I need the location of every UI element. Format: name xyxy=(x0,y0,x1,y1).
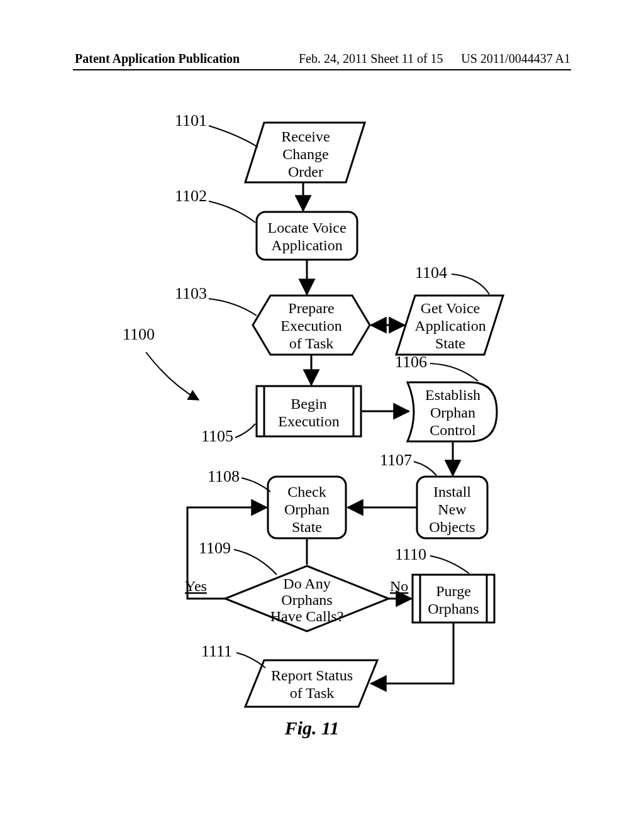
svg-text:Change: Change xyxy=(282,146,328,162)
edge-label-no: No xyxy=(390,578,408,594)
svg-text:Execution: Execution xyxy=(278,413,339,429)
svg-text:1110: 1110 xyxy=(395,545,426,563)
node-locate-voice-application: Locate Voice Application xyxy=(257,212,357,260)
svg-text:1107: 1107 xyxy=(380,451,412,469)
svg-text:1109: 1109 xyxy=(199,539,231,557)
svg-text:1111: 1111 xyxy=(201,642,232,660)
svg-text:Orphan: Orphan xyxy=(284,501,330,517)
svg-text:Install: Install xyxy=(433,484,471,500)
figure-caption: Fig. 11 xyxy=(284,717,340,738)
svg-text:State: State xyxy=(292,519,322,535)
svg-text:Objects: Objects xyxy=(429,519,475,535)
node-do-any-orphans-have-calls: Do Any Orphans Have Calls? xyxy=(225,566,389,631)
node-begin-execution: Begin Execution xyxy=(257,386,361,436)
svg-text:Have Calls?: Have Calls? xyxy=(270,608,344,624)
svg-text:Locate Voice: Locate Voice xyxy=(267,219,346,236)
node-check-orphan-state: Check Orphan State xyxy=(268,477,346,538)
svg-text:Application: Application xyxy=(271,237,342,253)
svg-text:State: State xyxy=(435,335,465,351)
svg-text:Begin: Begin xyxy=(291,396,326,412)
node-establish-orphan-control: Establish Orphan Control xyxy=(408,382,497,441)
svg-text:1104: 1104 xyxy=(415,263,447,282)
svg-text:of Task: of Task xyxy=(289,335,334,351)
svg-text:Orphans: Orphans xyxy=(281,592,332,608)
svg-text:Orphan: Orphan xyxy=(430,404,475,421)
node-install-new-objects: Install New Objects xyxy=(417,477,487,538)
svg-text:Do Any: Do Any xyxy=(283,575,330,592)
svg-text:1103: 1103 xyxy=(175,284,207,302)
svg-text:Get Voice: Get Voice xyxy=(421,300,480,316)
node-receive-change-order: Receive Change Order xyxy=(245,123,365,182)
svg-text:1102: 1102 xyxy=(175,187,207,205)
svg-text:New: New xyxy=(438,501,467,517)
svg-text:1101: 1101 xyxy=(175,111,207,130)
edge-label-yes: Yes xyxy=(185,578,207,594)
svg-text:Application: Application xyxy=(414,318,486,334)
svg-text:Report Status: Report Status xyxy=(271,667,353,683)
node-purge-orphans: Purge Orphans xyxy=(413,575,494,622)
svg-text:Prepare: Prepare xyxy=(288,300,334,316)
svg-text:Establish: Establish xyxy=(425,387,480,403)
svg-text:Control: Control xyxy=(430,422,476,438)
svg-text:Check: Check xyxy=(287,484,326,500)
svg-text:1105: 1105 xyxy=(201,427,233,445)
svg-text:of Task: of Task xyxy=(290,685,335,701)
svg-text:Orphans: Orphans xyxy=(428,600,479,617)
svg-text:1108: 1108 xyxy=(208,467,240,485)
svg-text:1100: 1100 xyxy=(123,325,155,343)
node-prepare-execution-of-task: Prepare Execution of Task xyxy=(253,296,370,355)
svg-text:Execution: Execution xyxy=(280,318,341,334)
flowchart-svg: Receive Change Order Locate Voice Applic… xyxy=(0,0,644,830)
svg-text:Purge: Purge xyxy=(436,583,471,599)
svg-text:Order: Order xyxy=(288,163,323,180)
svg-text:Receive: Receive xyxy=(281,128,330,145)
node-get-voice-application-state: Get Voice Application State xyxy=(396,296,503,355)
svg-text:1106: 1106 xyxy=(395,353,427,371)
